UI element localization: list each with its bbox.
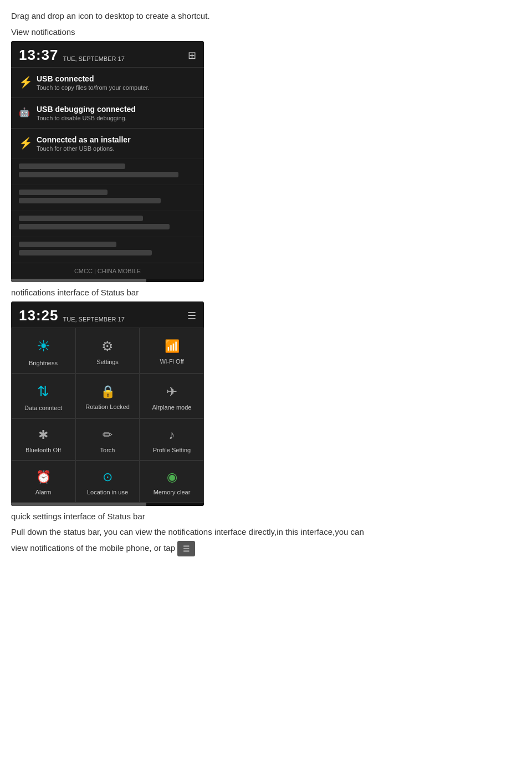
qs-status-header: 13:25 TUE, SEPTEMBER 17 ☰	[11, 301, 204, 328]
data-icon: ⇅	[37, 383, 49, 400]
qs-tile-profile[interactable]: ♪ Profile Setting	[140, 418, 204, 461]
intro-line1: Drag and drop an icon to desktop to crea…	[11, 11, 521, 21]
qs-time: 13:25	[19, 307, 59, 324]
qs-label-torch: Torch	[100, 447, 115, 453]
qs-label-data: Data conntect	[24, 405, 62, 411]
settings-icon: ⚙	[101, 339, 114, 354]
qs-tile-location[interactable]: ⊙ Location in use	[75, 461, 140, 503]
qs-tile-airplane[interactable]: ✈ Airplane mode	[140, 374, 204, 418]
notif-status-header: 13:37 TUE, SEPTEMBER 17 ⊞	[11, 41, 204, 67]
qs-label-profile: Profile Setting	[153, 447, 191, 453]
rotation-icon: 🔒	[100, 385, 115, 399]
qs-date: TUE, SEPTEMBER 17	[63, 316, 125, 323]
carrier-text: CMCC | CHINA MOBILE	[11, 263, 204, 279]
wifi-icon: 📶	[165, 339, 180, 354]
notif-sub-usb-connected: Touch to copy files to/from your compute…	[37, 84, 196, 91]
location-icon: ⊙	[103, 470, 112, 484]
qs-tile-brightness[interactable]: ☀ Brightness	[11, 328, 75, 374]
notif-title-usb-connected: USB connected	[37, 74, 196, 83]
qs-tile-data[interactable]: ⇅ Data conntect	[11, 374, 75, 418]
brightness-icon: ☀	[37, 337, 50, 355]
notif-blur-2	[11, 185, 204, 211]
qs-tile-memory[interactable]: ◉ Memory clear	[140, 461, 204, 503]
qs-label-settings: Settings	[96, 359, 119, 365]
airplane-icon: ✈	[166, 384, 177, 400]
qs-label-bluetooth: Bluetooth Off	[25, 447, 61, 453]
section1-label: View notifications	[11, 27, 521, 37]
notif-header-icon: ⊞	[188, 49, 196, 62]
qs-tile-bluetooth[interactable]: ✱ Bluetooth Off	[11, 418, 75, 461]
notif-item-usb-debug[interactable]: 🤖 USB debugging connected Touch to disab…	[11, 98, 204, 128]
qs-header-icon: ☰	[187, 310, 196, 322]
qs-label-airplane: Airplane mode	[152, 404, 192, 411]
memory-icon: ◉	[167, 470, 177, 484]
section2-label: notifications interface of Status bar	[11, 288, 521, 297]
qs-grid: ☀ Brightness ⚙ Settings 📶 Wi-Fi Off ⇅ Da…	[11, 328, 204, 503]
notif-title-installer: Connected as an installer	[37, 135, 196, 144]
android-icon: 🤖	[19, 107, 37, 117]
notif-sub-installer: Touch for other USB options.	[37, 145, 196, 152]
qs-tile-torch[interactable]: ✏ Torch	[75, 418, 140, 461]
profile-icon: ♪	[169, 428, 175, 442]
qs-tile-alarm[interactable]: ⏰ Alarm	[11, 461, 75, 503]
usb-icon: ⚡	[19, 75, 37, 89]
qs-progress-bar	[11, 503, 204, 506]
bluetooth-icon: ✱	[38, 428, 48, 442]
notif-blur-3	[11, 211, 204, 237]
qs-label-wifi: Wi-Fi Off	[160, 358, 183, 365]
notif-title-usb-debug: USB debugging connected	[37, 105, 196, 114]
qs-label-rotation: Rotation Locked	[85, 403, 130, 410]
qs-label-location: Location in use	[87, 489, 128, 495]
qs-tile-settings[interactable]: ⚙ Settings	[75, 328, 140, 374]
notif-blur-1	[11, 159, 204, 185]
inline-menu-icon: ☰	[177, 541, 195, 556]
notif-item-installer[interactable]: ⚡ Connected as an installer Touch for ot…	[11, 128, 204, 159]
torch-icon: ✏	[103, 428, 112, 442]
alarm-icon: ⏰	[36, 470, 51, 484]
qs-label-brightness: Brightness	[29, 360, 58, 366]
notifications-screen: 13:37 TUE, SEPTEMBER 17 ⊞ ⚡ USB connecte…	[11, 41, 204, 282]
progress-fill	[11, 279, 146, 282]
section3-label: quick settings interface of Status bar	[11, 512, 521, 521]
qs-label-alarm: Alarm	[35, 489, 52, 495]
qs-tile-wifi[interactable]: 📶 Wi-Fi Off	[140, 328, 204, 374]
notif-sub-usb-debug: Touch to disable USB debugging.	[37, 115, 196, 121]
quicksettings-screen: 13:25 TUE, SEPTEMBER 17 ☰ ☀ Brightness ⚙…	[11, 301, 204, 506]
notif-item-usb-connected[interactable]: ⚡ USB connected Touch to copy files to/f…	[11, 67, 204, 98]
qs-progress-fill	[11, 503, 146, 506]
notif-blur-4	[11, 237, 204, 263]
body-text1: Pull down the status bar, you can view t…	[11, 525, 521, 539]
notif-date: TUE, SEPTEMBER 17	[63, 55, 125, 62]
notif-time: 13:37	[19, 47, 59, 64]
qs-tile-rotation[interactable]: 🔒 Rotation Locked	[75, 374, 140, 418]
progress-bar	[11, 279, 204, 282]
qs-label-memory: Memory clear	[154, 489, 191, 495]
usb-icon2: ⚡	[19, 136, 37, 150]
body-text2: view notifications of the mobile phone, …	[11, 541, 521, 556]
